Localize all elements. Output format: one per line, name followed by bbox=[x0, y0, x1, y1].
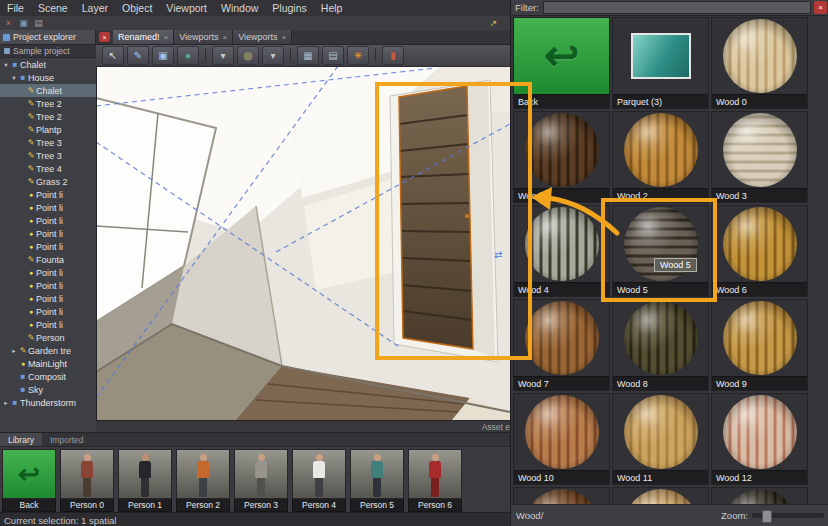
viewport-tool-button[interactable] bbox=[205, 48, 206, 62]
tree-item[interactable]: ▸ Garden tre bbox=[0, 344, 96, 357]
material-tile[interactable]: ↩ Wood 6 bbox=[711, 205, 808, 297]
viewport-tool-button[interactable] bbox=[375, 48, 376, 62]
tree-item[interactable]: Tree 2 bbox=[0, 110, 96, 123]
viewport-tab[interactable]: Viewports × bbox=[233, 30, 292, 44]
viewport-tab[interactable]: Viewports × bbox=[174, 30, 233, 44]
material-tile[interactable]: ↩ Wood 0 bbox=[711, 17, 808, 109]
tree-item[interactable]: Plantp bbox=[0, 123, 96, 136]
tree-root-header[interactable]: Sample project bbox=[0, 44, 96, 58]
material-tile[interactable]: ↩ bbox=[711, 487, 808, 504]
tree-item[interactable]: Sky bbox=[0, 383, 96, 396]
tree-expand-arrow[interactable]: ▸ bbox=[10, 347, 18, 355]
viewport-tool-button[interactable] bbox=[290, 48, 291, 62]
tree-expand-arrow[interactable]: ▾ bbox=[10, 74, 18, 82]
tree-item[interactable]: Founta bbox=[0, 253, 96, 266]
material-tile[interactable]: ↩ Wood 10 bbox=[513, 393, 610, 485]
filter-input[interactable] bbox=[543, 1, 811, 14]
tree-item[interactable]: Point li bbox=[0, 279, 96, 292]
material-tile[interactable]: ↩ Wood 7 bbox=[513, 299, 610, 391]
viewport-tab[interactable]: Renamed! × bbox=[113, 30, 174, 44]
grid-dropdown[interactable]: ▦ bbox=[297, 46, 319, 65]
pencil-tool[interactable]: ✎ bbox=[127, 46, 149, 65]
tree-item[interactable]: Tree 4 bbox=[0, 162, 96, 175]
library-tab[interactable]: Imported bbox=[42, 433, 92, 446]
tree-item[interactable]: Composit bbox=[0, 370, 96, 383]
cube-tool[interactable]: ▣ bbox=[152, 46, 174, 65]
material-tile[interactable]: ↩ Wood 8 bbox=[612, 299, 709, 391]
library-item[interactable]: ↩ Person 1 bbox=[118, 449, 172, 512]
tree-item[interactable]: Chalet bbox=[0, 84, 96, 97]
menu-item[interactable]: Scene bbox=[31, 0, 75, 16]
snapshot-icon[interactable]: ▣ bbox=[17, 18, 30, 29]
material-tile[interactable]: ↩ Wood 3 bbox=[711, 111, 808, 203]
material-tool[interactable]: ▮ bbox=[382, 46, 404, 65]
material-tile[interactable]: ↩ Back bbox=[513, 17, 610, 109]
wooden-door[interactable] bbox=[399, 86, 473, 349]
camera-dropdown[interactable]: ▾ bbox=[212, 46, 234, 65]
menu-item[interactable]: File bbox=[0, 0, 31, 16]
material-tile[interactable]: ↩ Wood 4 bbox=[513, 205, 610, 297]
material-tile[interactable]: ↩ Wood 11 bbox=[612, 393, 709, 485]
tree-item[interactable]: ▾ Chalet bbox=[0, 58, 96, 71]
pin-icon[interactable]: ↗ bbox=[487, 18, 500, 29]
library-item[interactable]: ↩ Person 5 bbox=[350, 449, 404, 512]
globe-tool[interactable]: ● bbox=[177, 46, 199, 65]
tree-item[interactable]: Tree 3 bbox=[0, 149, 96, 162]
zoom-slider[interactable] bbox=[752, 513, 824, 518]
menu-item[interactable]: Object bbox=[115, 0, 159, 16]
tree-item[interactable]: Tree 2 bbox=[0, 97, 96, 110]
list-icon[interactable]: ▤ bbox=[32, 18, 45, 29]
tree-item[interactable]: ▸ Thunderstorm bbox=[0, 396, 96, 409]
tree-item[interactable]: Point li bbox=[0, 227, 96, 240]
tree-item[interactable]: Person bbox=[0, 331, 96, 344]
shading-dropdown[interactable]: ▾ bbox=[262, 46, 284, 65]
material-tile[interactable]: ↩ bbox=[612, 487, 709, 504]
menu-item[interactable]: Viewport bbox=[159, 0, 214, 16]
zoom-slider-thumb[interactable] bbox=[762, 510, 772, 523]
material-tile[interactable]: ↩ bbox=[513, 487, 610, 504]
light-bulb-tool[interactable]: ◎ bbox=[237, 46, 259, 65]
material-tile[interactable]: ↩ Wood 1 bbox=[513, 111, 610, 203]
library-item[interactable]: ↩ Person 6 bbox=[408, 449, 462, 512]
viewport-3d[interactable]: ⇄ bbox=[96, 66, 510, 420]
tree-item[interactable]: MainLight bbox=[0, 357, 96, 370]
tree-item[interactable]: ▾ House bbox=[0, 71, 96, 84]
tree-item[interactable]: Point li bbox=[0, 201, 96, 214]
tree-expand-arrow[interactable]: ▾ bbox=[2, 61, 10, 69]
tree-item[interactable]: Point li bbox=[0, 240, 96, 253]
material-tile[interactable]: ↩ Wood 5 bbox=[612, 205, 709, 297]
menu-item[interactable]: Layer bbox=[75, 0, 115, 16]
tree-item[interactable]: Point li bbox=[0, 318, 96, 331]
tab-close-icon[interactable]: × bbox=[282, 33, 287, 42]
panel-close-icon[interactable]: × bbox=[814, 1, 827, 14]
menu-item[interactable]: Help bbox=[314, 0, 350, 16]
library-item[interactable]: ↩ Person 2 bbox=[176, 449, 230, 512]
library-tab[interactable]: Library bbox=[0, 433, 42, 446]
delete-icon[interactable]: × bbox=[2, 18, 15, 29]
render-tool[interactable]: ✳ bbox=[347, 46, 369, 65]
tab-close-icon[interactable]: × bbox=[223, 33, 228, 42]
select-tool[interactable]: ↖ bbox=[102, 46, 124, 65]
library-item[interactable]: ↩ Person 0 bbox=[60, 449, 114, 512]
tab-project-explorer[interactable]: Project explorer bbox=[0, 30, 96, 44]
tree-item[interactable]: Point li bbox=[0, 188, 96, 201]
material-tile[interactable]: ↩ Wood 12 bbox=[711, 393, 808, 485]
tree-item[interactable]: Tree 3 bbox=[0, 136, 96, 149]
library-item[interactable]: ↩ Person 4 bbox=[292, 449, 346, 512]
library-item[interactable]: ↩ Back bbox=[2, 449, 56, 512]
material-tile[interactable]: ↩ Parquet (3) bbox=[612, 17, 709, 109]
tree-expand-arrow[interactable]: ▸ bbox=[2, 399, 10, 407]
menu-item[interactable]: Plugins bbox=[265, 0, 313, 16]
tree-item[interactable]: Point li bbox=[0, 305, 96, 318]
library-item[interactable]: ↩ Person 3 bbox=[234, 449, 288, 512]
tree-item[interactable]: Grass 2 bbox=[0, 175, 96, 188]
close-view-icon[interactable]: × bbox=[99, 32, 110, 42]
tab-close-icon[interactable]: × bbox=[164, 33, 169, 42]
menu-item[interactable]: Window bbox=[214, 0, 265, 16]
material-tile[interactable]: ↩ Wood 9 bbox=[711, 299, 808, 391]
material-tile[interactable]: ↩ Wood 2 bbox=[612, 111, 709, 203]
tree-item[interactable]: Point li bbox=[0, 266, 96, 279]
layout-tool[interactable]: ▤ bbox=[322, 46, 344, 65]
tree-item[interactable]: Point li bbox=[0, 292, 96, 305]
tree-item[interactable]: Point li bbox=[0, 214, 96, 227]
